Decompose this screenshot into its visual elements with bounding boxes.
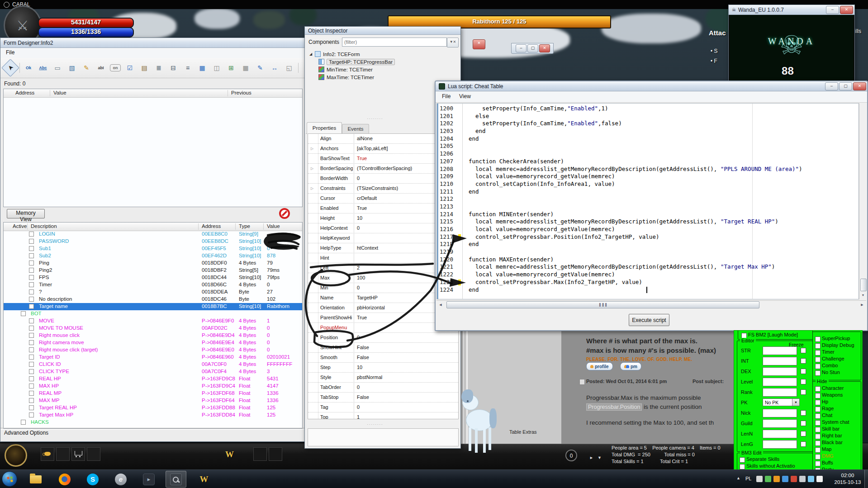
property-row[interactable]: Tag0 (308, 403, 458, 412)
freeze-checkbox[interactable] (801, 431, 806, 436)
name-input[interactable] (763, 440, 797, 449)
cancel-scan-icon[interactable] (279, 208, 290, 219)
freeze-checkbox[interactable] (801, 389, 806, 395)
expander-icon[interactable]: ▷ (311, 186, 313, 190)
data-grid-icon[interactable]: ▦ (196, 62, 209, 74)
skill-slot-2[interactable] (269, 447, 282, 461)
table-row[interactable]: Sub200EF462DString[10]878 (4, 252, 302, 260)
row-checkbox[interactable] (29, 318, 34, 323)
item-slot-lamp[interactable] (41, 447, 54, 461)
checkbox-icon[interactable] (815, 370, 821, 376)
row-checkbox[interactable] (29, 268, 34, 273)
language-indicator[interactable]: PL (745, 476, 751, 481)
property-row[interactable]: Position0 (308, 333, 458, 343)
lua-menu-file[interactable]: File (442, 93, 451, 99)
memo-edit-icon[interactable]: ✎ (80, 62, 93, 74)
execute-script-button[interactable]: Execute script (629, 314, 669, 326)
property-value[interactable]: (TControlBorderSpacing) (357, 166, 412, 171)
name-input[interactable] (763, 409, 797, 417)
lua-code-editor[interactable]: 1200 setProperty(Info_CamTime,"Enabled",… (436, 103, 859, 299)
code-line[interactable]: 1207function CheckerArea(sender) (437, 158, 859, 166)
row-checkbox[interactable] (29, 253, 34, 258)
table-row[interactable]: No description0018DC46Byte102 (4, 296, 302, 303)
row-checkbox[interactable] (29, 391, 34, 396)
scan-column-address[interactable]: Address (15, 90, 34, 95)
property-value[interactable]: pbHorizontal (357, 305, 385, 310)
memory-column-active[interactable]: Active (13, 223, 27, 229)
scroll-down-icon[interactable]: ▼ (860, 292, 866, 298)
abc-label-icon[interactable]: Abc (37, 62, 49, 74)
row-checkbox[interactable] (29, 398, 34, 403)
table-row[interactable]: Sub100EF45F5String[10]0 (4, 245, 302, 252)
toggle-challenge[interactable]: Challenge (814, 356, 860, 363)
tab-properties[interactable]: Properties (307, 122, 342, 134)
pointer-cursor-icon[interactable]: ➤ (1, 59, 19, 77)
list-lines-icon[interactable]: ≡ (181, 62, 194, 74)
code-line[interactable]: 1220function MAXEnter(sender) (437, 256, 859, 264)
horizontal-scrollbar[interactable]: ◀ ❚❚❚ ▶ (436, 300, 866, 308)
property-value[interactable]: htContext (357, 245, 378, 251)
memory-column-address[interactable]: Address (202, 223, 221, 229)
table-row[interactable]: Timer0018D66C4 Bytes0 (4, 281, 302, 289)
property-value[interactable]: alNone (357, 136, 373, 141)
tray-icon-3[interactable] (773, 476, 780, 482)
item-slot-cart[interactable] (71, 447, 85, 461)
freeze-checkbox[interactable] (801, 441, 806, 447)
memory-column-type[interactable]: Type (239, 223, 250, 229)
listbox-icon[interactable]: ≣ (152, 62, 165, 74)
memory-view-button[interactable]: Memory View (7, 209, 45, 218)
start-orb[interactable] (2, 471, 17, 487)
table-row[interactable]: REAL HPP->163FD9C8Float5431 (4, 375, 302, 383)
property-value[interactable]: False (357, 355, 369, 360)
tree-item[interactable]: MinTime: TCETimer (307, 66, 459, 73)
stat-input[interactable] (763, 346, 797, 355)
memory-column-value[interactable]: Value (267, 223, 280, 229)
string-grid-icon[interactable]: ▦ (239, 62, 252, 74)
property-value[interactable]: 0 (357, 285, 360, 290)
wanda-minimize-button[interactable]: ‒ (826, 6, 839, 14)
toggle-rage[interactable]: Rage (814, 406, 860, 412)
table-row[interactable]: MOVEP->0846E9F04 Bytes1 (4, 317, 302, 325)
tray-icon-4[interactable] (782, 476, 788, 482)
code-line[interactable]: 1208 local memrec=addresslist_getMemoryR… (437, 166, 859, 173)
code-line[interactable]: 1214function MINEnter(sender) (437, 211, 859, 218)
skill-slot-1[interactable] (253, 447, 267, 461)
table-row[interactable]: Right mouse clickP->0846E9D44 Bytes0 (4, 332, 302, 339)
checkbox-icon[interactable] (815, 447, 821, 453)
code-line[interactable]: 1218end (437, 241, 859, 248)
row-checkbox[interactable] (29, 304, 34, 309)
code-line[interactable]: 1224end (437, 286, 859, 294)
property-row[interactable]: TabOrder0 (308, 383, 458, 393)
table-row[interactable]: Target REAL HPP->163FDD88Float125 (4, 404, 302, 412)
tray-icon-6[interactable] (799, 476, 806, 482)
splitter-handle-2[interactable]: ........ (367, 421, 384, 426)
item-slot-empty-2[interactable] (87, 447, 100, 461)
panel-icon[interactable]: ▭ (51, 62, 64, 74)
h-splitter-icon[interactable]: ↔ (268, 62, 281, 74)
wanda-titlebar[interactable]: ☠ Wanda_EU 1.0.0.7 ‒ ✕ (729, 5, 854, 15)
background-window-close-button[interactable]: ✕ (473, 39, 485, 49)
code-line[interactable]: 1212 (437, 195, 859, 203)
table-row[interactable]: Right mouse click (target)P->0846E9E04 B… (4, 346, 302, 354)
checkbox-icon[interactable] (815, 386, 821, 392)
tray-expand-icon[interactable]: ▲ (736, 476, 740, 480)
checkbox-icon[interactable] (815, 336, 821, 342)
freeze-checkbox[interactable] (801, 410, 806, 416)
checkbox-icon[interactable] (815, 427, 821, 432)
hscroll-thumb[interactable]: ❚❚❚ (446, 301, 759, 308)
property-value[interactable]: 2 (357, 265, 360, 270)
tab-events[interactable]: Events (342, 124, 369, 134)
checkbox-icon[interactable] (815, 420, 821, 426)
checklist-icon[interactable]: ⊟ (167, 62, 180, 74)
table-row[interactable]: CLICK TYPE00A7C0F44 Bytes3 (4, 368, 302, 375)
code-line[interactable]: 1215 local memrec=addresslist_getMemoryR… (437, 218, 859, 226)
pm-button[interactable]: pm (620, 362, 641, 370)
row-checkbox[interactable] (29, 355, 34, 360)
item-slot-empty[interactable] (56, 447, 70, 461)
code-line[interactable]: 1217 control_setProgressbar.Position(Inf… (437, 233, 859, 241)
property-value[interactable]: TargetHP (357, 295, 378, 300)
property-row[interactable]: ShowHintFalse (308, 343, 458, 353)
media-player-taskbar-button[interactable]: ▸ (138, 471, 159, 488)
toggle-buffs[interactable]: Buffs (814, 460, 860, 467)
code-line[interactable]: 1205 (437, 142, 859, 150)
